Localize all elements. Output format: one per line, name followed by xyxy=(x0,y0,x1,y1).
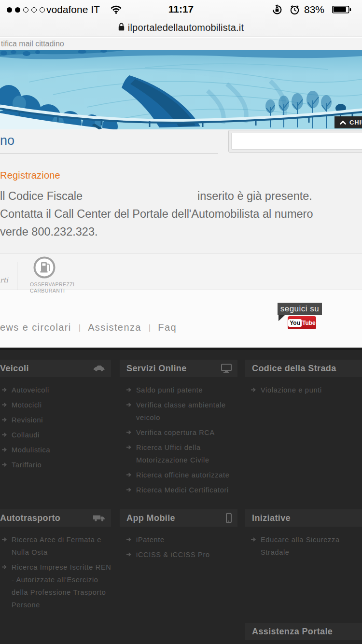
search-box xyxy=(228,130,362,153)
arrow-icon xyxy=(2,565,7,569)
hero-image xyxy=(0,50,362,129)
nav-link-assistenza[interactable]: Assistenza xyxy=(88,322,141,333)
footer-link-list: Saldo punti patente Verifica classe ambi… xyxy=(126,384,238,499)
browser-chrome: vodafone IT 11:17 83% xyxy=(0,0,362,37)
footer-header-app-mobile[interactable]: App Mobile xyxy=(120,509,237,527)
footer-link-list: Violazione e punti xyxy=(251,384,362,399)
notice-bar: tifica mail cittadino xyxy=(0,38,362,50)
footer-link[interactable]: Autoveicoli xyxy=(2,384,114,396)
arrow-icon xyxy=(251,388,256,392)
error-message-line1: ll Codice Fiscaleinserito è già presente… xyxy=(0,187,362,205)
footer-link[interactable]: Ricerca officine autorizzate xyxy=(126,469,238,481)
arrow-icon xyxy=(2,403,7,407)
footer-section-app-mobile: App Mobile iPatente iCCISS & iCCISS Pro xyxy=(120,509,237,527)
arrow-icon xyxy=(126,473,132,477)
arrow-icon xyxy=(126,430,132,434)
nav-link-news[interactable]: ews e circolari xyxy=(0,322,71,333)
alarm-icon xyxy=(290,5,300,17)
partner-divider xyxy=(17,262,17,290)
footer-header-label: Servizi Online xyxy=(126,364,187,374)
arrow-icon xyxy=(2,388,7,392)
footer-header-label: Codice della Strada xyxy=(252,364,336,374)
https-lock-icon xyxy=(118,23,125,33)
footer: Veicoli Autoveicoli Motocicli xyxy=(0,348,362,644)
arrow-icon xyxy=(2,433,7,437)
partner-logo-caption: OSSERVAPREZZI CARBURANTI xyxy=(30,281,59,294)
arrow-icon xyxy=(2,448,7,452)
arrow-icon xyxy=(126,403,132,407)
footer-header-iniziative[interactable]: Iniziative xyxy=(245,509,362,527)
page-title: no xyxy=(0,133,14,148)
heading-underline xyxy=(0,153,218,154)
fuel-pump-icon xyxy=(33,272,56,280)
truck-icon xyxy=(93,515,105,522)
footer-link[interactable]: Verifica copertura RCA xyxy=(126,426,238,439)
footer-link[interactable]: Ricerca Aree di Fermata e Nulla Osta xyxy=(2,533,114,559)
footer-link-list: Ricerca Aree di Fermata e Nulla Osta Ric… xyxy=(2,533,114,614)
footer-link-list: Utilità e modulistica xyxy=(251,642,362,644)
footer-link[interactable]: Saldo punti patente xyxy=(126,384,238,396)
nav-separator: | xyxy=(79,323,81,333)
footer-link-list: Autoveicoli Motocicli Revisioni Collaudi xyxy=(2,384,114,474)
footer-header-veicoli[interactable]: Veicoli xyxy=(0,360,111,377)
footer-header-autotrasporto[interactable]: Autotrasporto xyxy=(0,509,111,527)
nav-link-faq[interactable]: Faq xyxy=(158,322,177,333)
footer-header-assistenza-portale[interactable]: Assistenza Portale xyxy=(245,623,362,640)
footer-link[interactable]: Ricerca Uffici della Motorizzazione Civi… xyxy=(126,441,238,466)
footer-link[interactable]: Utilità e modulistica xyxy=(251,642,362,644)
partner-logo-fragment: rti xyxy=(0,276,8,284)
youtube-button[interactable]: You Tube xyxy=(288,316,316,329)
footer-link[interactable]: Collaudi xyxy=(2,429,114,441)
rotation-lock-icon xyxy=(272,4,282,17)
footer-section-veicoli: Veicoli Autoveicoli Motocicli xyxy=(0,360,111,377)
monitor-icon xyxy=(221,364,232,373)
footer-link[interactable]: Educare alla Sicurezza Stradale xyxy=(251,533,362,559)
arrow-icon xyxy=(2,418,7,422)
footer-link-list: Educare alla Sicurezza Stradale xyxy=(251,533,362,561)
arrow-icon xyxy=(126,445,132,449)
youtube-logo-tube: Tube xyxy=(302,320,316,326)
secondary-nav: ews e circolari | Assistenza | Faq xyxy=(0,322,177,333)
footer-link[interactable]: Motocicli xyxy=(2,399,114,411)
error-message-line3: verde 800.232.323. xyxy=(0,223,362,241)
footer-link[interactable]: iPatente xyxy=(126,533,238,546)
battery-percent-label: 83% xyxy=(304,4,324,15)
osservaprezzi-logo[interactable]: OSSERVAPREZZI CARBURANTI xyxy=(30,256,59,294)
footer-link[interactable]: Revisioni xyxy=(2,414,114,426)
footer-link[interactable]: Verifica classe ambientale veicolo xyxy=(126,399,238,424)
footer-link[interactable]: Ricerca Imprese Iscritte REN - Autorizza… xyxy=(2,561,114,611)
footer-link[interactable]: Modulistica xyxy=(2,444,114,456)
url-text: ilportaledellautomobilista.it xyxy=(128,22,244,33)
footer-section-servizi-online: Servizi Online Saldo punti patente Ve xyxy=(120,360,237,377)
address-bar[interactable]: ilportaledellautomobilista.it xyxy=(0,18,362,37)
section-title: Registrazione xyxy=(0,170,60,181)
footer-header-servizi-online[interactable]: Servizi Online xyxy=(120,360,237,377)
arrow-icon xyxy=(126,388,132,392)
footer-section-assistenza-portale: Assistenza Portale Utilità e modulistica xyxy=(245,623,362,640)
footer-header-codice-strada[interactable]: Codice della Strada xyxy=(245,360,362,377)
nav-separator: | xyxy=(149,323,151,333)
footer-header-label: Autotrasporto xyxy=(0,513,60,523)
search-input[interactable] xyxy=(231,133,362,150)
footer-section-codice-strada: Codice della Strada Violazione e punti xyxy=(245,360,362,377)
follow-us-tooltip: seguici su xyxy=(278,303,322,315)
smartphone-icon xyxy=(226,513,232,523)
arrow-icon xyxy=(126,537,132,542)
close-banner-button[interactable]: CHIU xyxy=(334,116,362,128)
footer-link[interactable]: iCCISS & iCCISS Pro xyxy=(126,548,238,561)
car-icon xyxy=(93,365,105,372)
footer-header-label: App Mobile xyxy=(126,513,175,523)
footer-link[interactable]: Ricerca Medici Certificatori xyxy=(126,484,238,496)
arrow-icon xyxy=(251,537,256,542)
footer-header-label: Veicoli xyxy=(0,364,29,374)
arrow-icon xyxy=(126,488,132,492)
footer-section-iniziative: Iniziative Educare alla Sicurezza Strada… xyxy=(245,509,362,527)
youtube-logo-you: You xyxy=(288,319,302,327)
footer-link[interactable]: Tariffario xyxy=(2,459,114,471)
footer-header-label: Assistenza Portale xyxy=(252,627,333,637)
footer-section-autotrasporto: Autotrasporto Ricerca Aree di Fermata e … xyxy=(0,509,111,527)
footer-link[interactable]: Violazione e punti xyxy=(251,384,362,396)
chevron-up-icon xyxy=(340,121,346,125)
footer-header-label: Iniziative xyxy=(252,513,291,523)
arrow-icon xyxy=(2,537,7,542)
